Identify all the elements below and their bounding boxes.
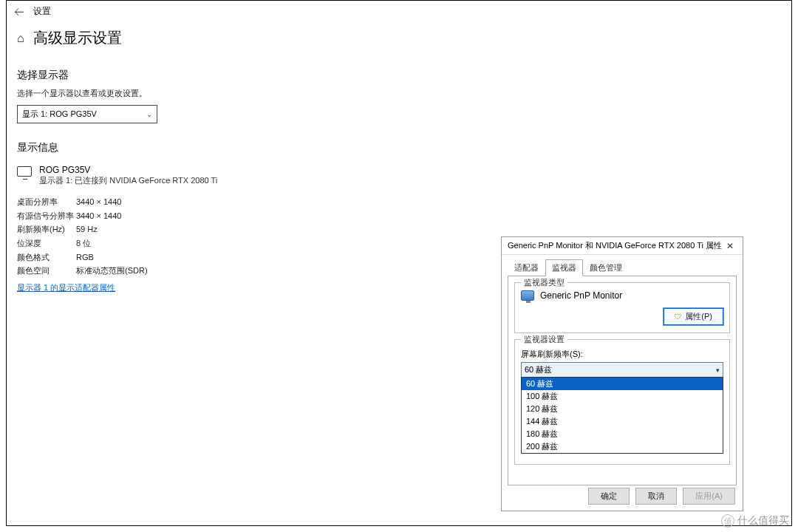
info-row: 有源信号分辨率3440 × 1440 — [17, 209, 781, 223]
dialog-monitor-name: Generic PnP Monitor — [540, 290, 622, 301]
dialog-title: Generic PnP Monitor 和 NVIDIA GeForce RTX… — [508, 240, 722, 251]
select-display-hint: 选择一个显示器以查看或更改设置。 — [17, 88, 781, 99]
display-selector[interactable]: 显示 1: ROG PG35V ⌄ — [17, 105, 157, 123]
tab-color-management[interactable]: 颜色管理 — [583, 259, 629, 276]
chevron-down-icon: ▾ — [716, 366, 720, 374]
refresh-option[interactable]: 144 赫兹 — [522, 415, 723, 428]
display-info-heading: 显示信息 — [17, 141, 781, 154]
info-row: 刷新频率(Hz)59 Hz — [17, 222, 781, 236]
monitor-desc: 显示器 1: 已连接到 NVIDIA GeForce RTX 2080 Ti — [39, 175, 217, 186]
monitor-icon — [17, 166, 32, 177]
ok-button[interactable]: 确定 — [588, 488, 630, 505]
select-display-heading: 选择显示器 — [17, 69, 781, 82]
cancel-button[interactable]: 取消 — [635, 488, 677, 505]
chevron-down-icon: ⌄ — [146, 110, 152, 118]
adapter-properties-link[interactable]: 显示器 1 的显示适配器属性 — [17, 282, 115, 293]
watermark-text: 什么值得买 — [737, 514, 789, 528]
refresh-rate-dropdown: 60 赫兹 100 赫兹 120 赫兹 144 赫兹 180 赫兹 200 赫兹 — [521, 377, 723, 454]
close-icon[interactable]: ✕ — [723, 241, 737, 251]
monitor-settings-group-label: 监视器设置 — [521, 334, 567, 345]
refresh-option[interactable]: 100 赫兹 — [522, 390, 723, 403]
info-row: 桌面分辨率3440 × 1440 — [17, 195, 781, 209]
watermark: 值 什么值得买 — [721, 514, 789, 528]
window-title: 设置 — [33, 5, 51, 18]
refresh-rate-combobox[interactable]: 60 赫兹 ▾ — [521, 362, 723, 378]
back-icon[interactable]: 🡠 — [14, 6, 24, 18]
monitor-properties-button[interactable]: 🛡属性(P) — [664, 308, 723, 325]
watermark-badge: 值 — [721, 514, 734, 528]
refresh-rate-value: 60 赫兹 — [525, 364, 552, 375]
refresh-rate-label: 屏幕刷新频率(S): — [521, 349, 723, 360]
shield-icon: 🛡 — [675, 313, 682, 321]
monitor-type-group-label: 监视器类型 — [521, 277, 567, 288]
monitor-properties-dialog: Generic PnP Monitor 和 NVIDIA GeForce RTX… — [501, 236, 743, 511]
refresh-option[interactable]: 120 赫兹 — [522, 403, 723, 415]
refresh-option[interactable]: 180 赫兹 — [522, 428, 723, 440]
monitor-icon — [521, 290, 534, 301]
home-icon[interactable]: ⌂ — [17, 32, 24, 45]
tab-adapter[interactable]: 适配器 — [508, 259, 545, 276]
page-title: 高级显示设置 — [33, 28, 122, 48]
refresh-option[interactable]: 60 赫兹 — [522, 378, 723, 390]
monitor-name: ROG PG35V — [39, 165, 217, 175]
refresh-option[interactable]: 200 赫兹 — [522, 440, 723, 453]
display-selector-value: 显示 1: ROG PG35V — [22, 109, 97, 120]
apply-button[interactable]: 应用(A) — [683, 488, 735, 505]
tab-monitor[interactable]: 监视器 — [545, 259, 583, 276]
